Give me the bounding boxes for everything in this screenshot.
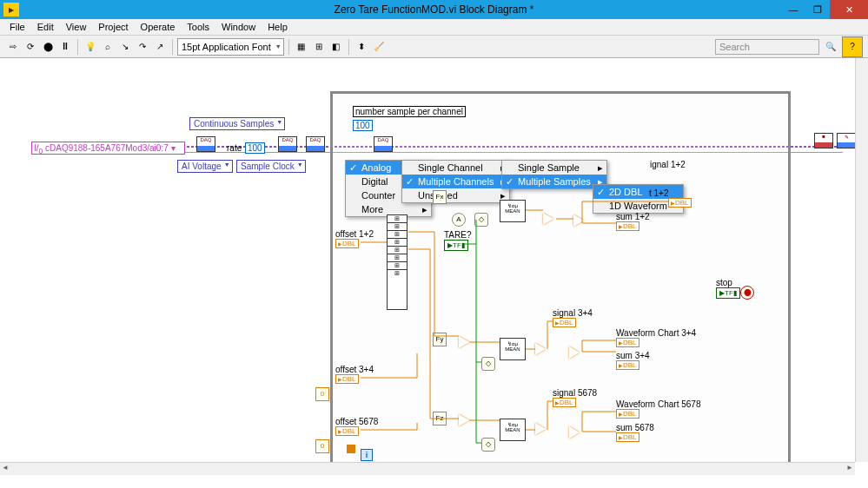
sum-5678-terminal[interactable]: DBL bbox=[616, 432, 639, 442]
iteration-terminal[interactable]: i bbox=[361, 449, 373, 461]
maximize-button[interactable]: ❐ bbox=[805, 0, 830, 19]
font-dropdown[interactable]: 15pt Application Font bbox=[177, 38, 284, 56]
device-path-control[interactable]: I/0 cDAQ9188-165A767Mod3/ai0:7 ▾ bbox=[31, 143, 185, 155]
fy-node[interactable]: Fy bbox=[433, 333, 447, 346]
toolbar-separator bbox=[77, 39, 78, 55]
rate-value[interactable]: 100 bbox=[245, 142, 265, 154]
step-over-button[interactable]: ↷ bbox=[135, 39, 150, 55]
step-out-button[interactable]: ↗ bbox=[152, 39, 168, 55]
search-input[interactable]: Search bbox=[715, 39, 819, 55]
mean-node-1[interactable]: ↯σμMEAN bbox=[500, 200, 526, 222]
menu-help[interactable]: Help bbox=[262, 20, 294, 34]
select-small-2[interactable]: ◇ bbox=[481, 357, 495, 371]
horizontal-scrollbar[interactable] bbox=[0, 462, 855, 475]
run-button[interactable]: ⇨ bbox=[5, 39, 21, 55]
minimize-button[interactable]: — bbox=[781, 0, 805, 19]
block-diagram-canvas[interactable]: I/0 cDAQ9188-165A767Mod3/ai0:7 ▾ Continu… bbox=[0, 58, 868, 475]
menu-unscaled[interactable]: Unscaled bbox=[402, 188, 509, 202]
offset-34-label: offset 3+4 bbox=[335, 365, 374, 374]
signal-5678-label: signal 5678 bbox=[553, 388, 597, 398]
subtract-node-2[interactable] bbox=[535, 343, 546, 355]
retain-wires-button[interactable]: ⌕ bbox=[100, 39, 116, 55]
search-icon[interactable]: 🔍 bbox=[823, 39, 838, 55]
tare-control[interactable]: ▶TF▮ bbox=[444, 240, 468, 251]
mean-node-2[interactable]: ↯σμMEAN bbox=[500, 338, 526, 360]
menu-tools[interactable]: Tools bbox=[181, 20, 215, 34]
toolbar-separator bbox=[288, 39, 289, 55]
shift-init-1[interactable]: 0 bbox=[315, 387, 329, 401]
chart-5678-label: Waveform Chart 5678 bbox=[616, 399, 700, 409]
shift-reg-left[interactable] bbox=[347, 445, 355, 453]
menu-view[interactable]: View bbox=[60, 20, 93, 34]
daq-clear-node[interactable]: ✎ bbox=[837, 133, 856, 148]
chart-5678-terminal[interactable]: DBL bbox=[616, 409, 639, 419]
fx-node[interactable]: Fx bbox=[433, 190, 447, 204]
distribute-button[interactable]: ⊞ bbox=[311, 39, 327, 55]
fz-node[interactable]: Fz bbox=[433, 412, 447, 425]
reorder-button[interactable]: ⬍ bbox=[354, 39, 369, 55]
loop-stop-terminal[interactable]: ⬤ bbox=[740, 286, 754, 300]
menu-2d-dbl[interactable]: 2D DBL bbox=[593, 185, 683, 199]
menu-operate[interactable]: Operate bbox=[135, 20, 182, 34]
sum-34-terminal[interactable]: DBL bbox=[616, 360, 639, 370]
add-node-2[interactable] bbox=[459, 414, 469, 426]
chart-34-terminal[interactable]: DBL bbox=[616, 338, 639, 347]
index-array-node[interactable]: ⊞ ⊞ ⊞ ⊞ ⊞ ⊞ ⊞ ⊞ bbox=[387, 214, 407, 310]
resize-button[interactable]: ◧ bbox=[328, 39, 344, 55]
shift-init-2[interactable]: 0 bbox=[315, 439, 329, 453]
run-continuous-button[interactable]: ⟳ bbox=[23, 39, 38, 55]
cleanup-button[interactable]: 🧹 bbox=[371, 39, 387, 55]
menu-multiple-samples[interactable]: Multiple Samples bbox=[502, 175, 606, 188]
menu-file[interactable]: File bbox=[3, 20, 31, 34]
chart-12-terminal[interactable]: DBL bbox=[668, 198, 692, 208]
offset-12-terminal[interactable]: DBL bbox=[335, 239, 359, 248]
menu-single-sample[interactable]: Single Sample bbox=[502, 161, 606, 175]
signal-34-terminal[interactable]: DBL bbox=[553, 318, 576, 327]
highlight-exec-button[interactable]: 💡 bbox=[83, 39, 98, 55]
pause-button[interactable]: II bbox=[57, 39, 73, 55]
ai-voltage-dropdown[interactable]: AI Voltage bbox=[177, 160, 233, 173]
daq-create-channel-node[interactable]: DAQ bbox=[196, 136, 215, 152]
menu-window[interactable]: Window bbox=[215, 20, 262, 34]
daq-start-node[interactable]: DAQ bbox=[306, 136, 325, 152]
num-samples-label: number sample per channel bbox=[353, 106, 466, 117]
align-button[interactable]: ▦ bbox=[294, 39, 309, 55]
daq-read-node[interactable]: DAQ bbox=[374, 136, 393, 152]
context-menu-level2[interactable]: Single Channel Multiple Channels Unscale… bbox=[401, 160, 510, 203]
vertical-scrollbar[interactable] bbox=[855, 58, 868, 462]
step-into-button[interactable]: ↘ bbox=[117, 39, 133, 55]
chart-34-label: Waveform Chart 3+4 bbox=[616, 328, 696, 338]
select-small-3[interactable]: ◇ bbox=[481, 438, 495, 452]
mean-node-3[interactable]: ↯σμMEAN bbox=[500, 419, 526, 441]
signal-5678-terminal[interactable]: DBL bbox=[553, 398, 576, 407]
menu-edit[interactable]: Edit bbox=[31, 20, 60, 34]
array-node[interactable]: A bbox=[452, 213, 466, 227]
num-samples-value[interactable]: 100 bbox=[353, 120, 373, 131]
select-node-2[interactable] bbox=[569, 346, 580, 359]
daq-stop-node[interactable]: ■ bbox=[814, 133, 833, 148]
subtract-node-3[interactable] bbox=[535, 423, 546, 435]
select-node-3[interactable] bbox=[569, 426, 580, 439]
menu-project[interactable]: Project bbox=[92, 20, 134, 34]
add-node[interactable] bbox=[459, 336, 469, 348]
menu-single-channel[interactable]: Single Channel bbox=[402, 161, 509, 175]
window-controls: — ❐ ✕ bbox=[781, 0, 868, 19]
offset-5678-label: offset 5678 bbox=[335, 417, 378, 426]
abort-button[interactable]: ⬤ bbox=[40, 39, 56, 55]
context-help-button[interactable]: ? bbox=[842, 36, 863, 57]
stop-control[interactable]: ▶TF▮ bbox=[716, 287, 740, 299]
subtract-node[interactable] bbox=[543, 213, 553, 225]
select-small-1[interactable]: ◇ bbox=[474, 213, 488, 227]
sample-clock-dropdown[interactable]: Sample Clock bbox=[236, 160, 306, 173]
context-menu-level3[interactable]: Single Sample Multiple Samples bbox=[501, 160, 607, 189]
menu-multiple-channels[interactable]: Multiple Channels bbox=[402, 175, 509, 188]
select-node-1[interactable] bbox=[573, 214, 584, 227]
offset-5678-terminal[interactable]: DBL bbox=[335, 426, 359, 436]
toolbar-separator bbox=[172, 39, 173, 55]
continuous-samples-dropdown[interactable]: Continuous Samples bbox=[189, 117, 285, 130]
offset-34-terminal[interactable]: DBL bbox=[335, 374, 359, 384]
daq-timing-node[interactable]: DAQ bbox=[278, 136, 297, 152]
sum-12-terminal[interactable]: DBL bbox=[616, 221, 639, 231]
close-button[interactable]: ✕ bbox=[830, 0, 868, 19]
title-bar: Zero Tare FunctionMOD.vi Block Diagram *… bbox=[0, 0, 868, 19]
